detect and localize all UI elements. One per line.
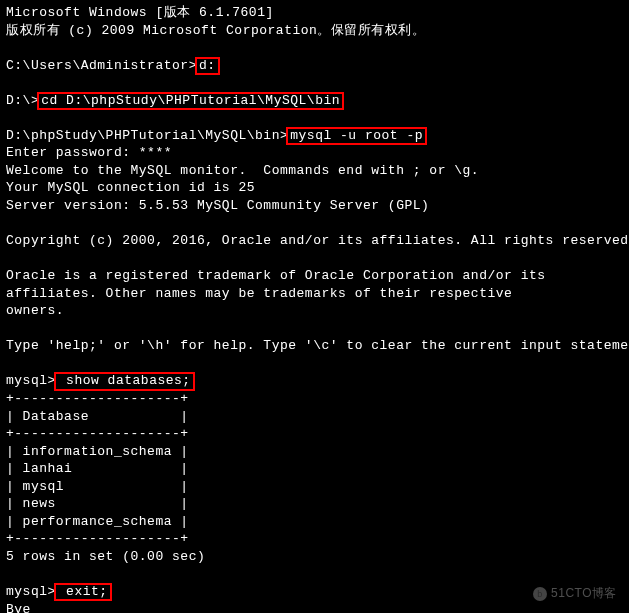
cmd-exit: exit; — [54, 583, 112, 601]
cmd-cd: cd D:\phpStudy\PHPTutorial\MySQL\bin — [37, 92, 344, 110]
table-row: | mysql | — [6, 478, 623, 496]
blank — [6, 39, 623, 57]
blank — [6, 109, 623, 127]
password-line: Enter password: **** — [6, 144, 623, 162]
watermark-text: 51CTO博客 — [551, 586, 617, 600]
bye-line: Bye — [6, 601, 623, 613]
blank — [6, 320, 623, 338]
header-copyright: 版权所有 (c) 2009 Microsoft Corporation。保留所有… — [6, 22, 623, 40]
mysql-prompt: mysql> — [6, 584, 56, 599]
table-border: +--------------------+ — [6, 530, 623, 548]
header-version: Microsoft Windows [版本 6.1.7601] — [6, 4, 623, 22]
trademark-3: owners. — [6, 302, 623, 320]
blank — [6, 74, 623, 92]
blank — [6, 250, 623, 268]
table-row: | performance_schema | — [6, 513, 623, 531]
cmd-line-3[interactable]: D:\phpStudy\PHPTutorial\MySQL\bin>mysql … — [6, 127, 623, 145]
oracle-copyright: Copyright (c) 2000, 2016, Oracle and/or … — [6, 232, 623, 250]
table-border: +--------------------+ — [6, 390, 623, 408]
welcome-line: Welcome to the MySQL monitor. Commands e… — [6, 162, 623, 180]
cmd-drive-change: d: — [195, 57, 220, 75]
table-border: +--------------------+ — [6, 425, 623, 443]
table-row: | information_schema | — [6, 443, 623, 461]
trademark-1: Oracle is a registered trademark of Orac… — [6, 267, 623, 285]
watermark: b51CTO博客 — [533, 585, 617, 601]
blank — [6, 566, 623, 584]
watermark-logo-icon: b — [533, 587, 547, 601]
mysql-cmd-1[interactable]: mysql> show databases; — [6, 372, 623, 390]
prompt-path: D:\> — [6, 93, 39, 108]
prompt-path: C:\Users\Administrator> — [6, 58, 197, 73]
table-header: | Database | — [6, 408, 623, 426]
table-row: | news | — [6, 495, 623, 513]
mysql-prompt: mysql> — [6, 373, 56, 388]
table-footer: 5 rows in set (0.00 sec) — [6, 548, 623, 566]
cmd-mysql-login: mysql -u root -p — [286, 127, 427, 145]
mysql-cmd-2[interactable]: mysql> exit; — [6, 583, 623, 601]
cmd-show-databases: show databases; — [54, 372, 195, 390]
cmd-line-2[interactable]: D:\>cd D:\phpStudy\PHPTutorial\MySQL\bin — [6, 92, 623, 110]
connection-id: Your MySQL connection id is 25 — [6, 179, 623, 197]
blank — [6, 355, 623, 373]
trademark-2: affiliates. Other names may be trademark… — [6, 285, 623, 303]
server-version: Server version: 5.5.53 MySQL Community S… — [6, 197, 623, 215]
prompt-path: D:\phpStudy\PHPTutorial\MySQL\bin> — [6, 128, 288, 143]
table-row: | lanhai | — [6, 460, 623, 478]
cmd-line-1[interactable]: C:\Users\Administrator>d: — [6, 57, 623, 75]
help-line: Type 'help;' or '\h' for help. Type '\c'… — [6, 337, 623, 355]
blank — [6, 215, 623, 233]
